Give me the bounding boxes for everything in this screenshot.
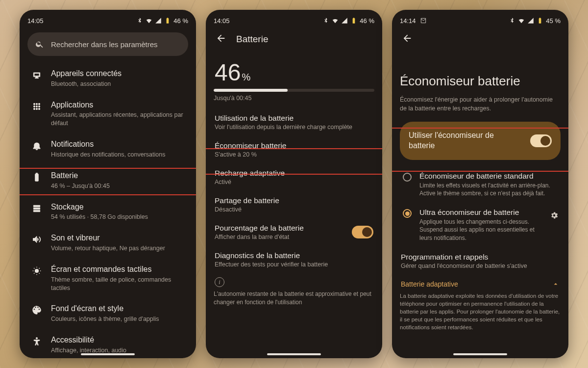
status-icons: 46 % <box>136 17 188 25</box>
sidebar-item-battery[interactable]: Batterie46 % – Jusqu'à 00:45 <box>27 165 188 196</box>
item-sub: 54 % utilisés · 58,78 Go disponibles <box>51 213 184 221</box>
battery-percentage: 46% <box>215 59 374 86</box>
bluetooth-icon <box>136 17 143 24</box>
wifi-icon <box>146 17 152 24</box>
status-bar: 14:05 46 % <box>214 15 374 26</box>
setting-battery-saver[interactable]: Économiseur batterie S'active à 20 % <box>214 136 374 163</box>
item-sub: Assistant, applications récentes, applic… <box>51 111 184 128</box>
toggle-label: Utiliser l'économiseur de batterie <box>409 131 507 151</box>
battery-percent-toggle[interactable] <box>352 226 373 238</box>
battery-screen: 14:05 46 % Batterie 46% Jusqu'à 00:45 Ut… <box>206 10 382 358</box>
battery-until: Jusqu'à 00:45 <box>214 95 374 102</box>
radio-ultra[interactable]: Ultra économiseur de batterie Applique t… <box>400 204 561 249</box>
svg-point-5 <box>38 105 40 107</box>
setting-battery-percent[interactable]: Pourcentage de la batterie Afficher dans… <box>214 218 374 246</box>
apps-icon <box>31 101 42 112</box>
bluetooth-icon <box>509 17 515 24</box>
gesture-bar[interactable] <box>453 353 507 355</box>
svg-point-4 <box>36 105 37 107</box>
status-icons: 46 % <box>322 17 374 25</box>
gmail-icon <box>420 17 427 24</box>
signal-icon <box>341 17 348 24</box>
battery-icon <box>164 17 171 24</box>
gesture-bar[interactable] <box>81 353 135 355</box>
bluetooth-icon <box>322 17 329 24</box>
ultra-settings-button[interactable] <box>549 211 560 220</box>
page-title: Batterie <box>236 34 268 45</box>
status-battery-pct: 46 % <box>173 17 188 25</box>
wifi-icon <box>332 17 339 24</box>
item-title: Appareils connectés <box>51 69 184 79</box>
status-time: 14:05 <box>214 17 230 25</box>
svg-point-7 <box>36 108 37 109</box>
signal-icon <box>155 17 162 24</box>
svg-point-6 <box>33 108 35 109</box>
wifi-icon <box>518 17 525 24</box>
battery-saver-screen: 14:14 45 % Économiseur batterie Économis… <box>392 10 568 358</box>
battery-saver-master-toggle[interactable]: Utiliser l'économiseur de batterie <box>400 122 561 160</box>
sidebar-item-connected-devices[interactable]: Appareils connectésBluetooth, associatio… <box>27 63 188 94</box>
battery-icon <box>537 17 543 24</box>
back-button[interactable] <box>402 33 413 46</box>
screen-header: Batterie <box>214 28 374 50</box>
screen-header <box>400 28 561 50</box>
item-title: Écran et commandes tactiles <box>51 264 184 275</box>
svg-point-2 <box>38 103 40 105</box>
status-icons: 45 % <box>509 17 561 25</box>
status-bar: 14:14 45 % <box>400 15 561 26</box>
setting-adaptive-charging[interactable]: Recharge adaptative Activé <box>214 163 374 191</box>
item-title: Son et vibreur <box>51 233 184 243</box>
sidebar-item-notifications[interactable]: NotificationsHistorique des notification… <box>27 133 188 165</box>
devices-icon <box>31 70 42 80</box>
radio-button[interactable] <box>403 173 412 182</box>
status-bar: 14:05 46 % <box>27 15 188 26</box>
svg-point-0 <box>33 103 35 105</box>
info-icon: i <box>215 277 224 287</box>
item-title: Batterie <box>51 171 184 181</box>
toggle-switch[interactable] <box>530 134 552 147</box>
status-time: 14:05 <box>27 17 44 25</box>
palette-icon <box>31 305 42 315</box>
storage-icon <box>31 203 42 214</box>
svg-point-3 <box>33 105 35 107</box>
item-title: Fond d'écran et style <box>51 304 184 314</box>
sidebar-item-applications[interactable]: ApplicationsAssistant, applications réce… <box>27 94 188 134</box>
setting-schedule[interactable]: Programmation et rappels Gérer quand l'é… <box>400 249 561 275</box>
sidebar-item-sound[interactable]: Son et vibreurVolume, retour haptique, N… <box>27 227 188 259</box>
gear-icon <box>550 211 559 220</box>
svg-point-8 <box>38 108 40 109</box>
search-settings-input[interactable]: Rechercher dans les paramètres <box>27 32 188 56</box>
setting-diagnostics[interactable]: Diagnostics de la batterie Effectuer des… <box>214 246 374 273</box>
item-sub: Volume, retour haptique, Ne pas déranger <box>51 244 184 253</box>
sidebar-item-storage[interactable]: Stockage54 % utilisés · 58,78 Go disponi… <box>27 196 188 228</box>
setting-usage[interactable]: Utilisation de la batterie Voir l'utilis… <box>214 108 374 136</box>
item-title: Stockage <box>51 202 184 212</box>
status-time: 14:14 <box>400 17 416 25</box>
item-title: Accessibilité <box>51 335 184 345</box>
battery-icon <box>350 17 357 24</box>
sound-icon <box>31 234 42 245</box>
sidebar-item-display[interactable]: Écran et commandes tactilesThème sombre,… <box>27 259 188 298</box>
bell-icon <box>31 140 42 151</box>
accessibility-icon <box>31 336 42 347</box>
sidebar-item-wallpaper[interactable]: Fond d'écran et styleCouleurs, icônes à … <box>27 298 188 329</box>
setting-battery-share[interactable]: Partage de batterie Désactivé <box>214 191 374 218</box>
page-desc: Économisez l'énergie pour aider à prolon… <box>400 96 561 113</box>
adaptive-battery-collapse[interactable]: Batterie adaptative <box>400 275 561 292</box>
gesture-bar[interactable] <box>267 353 321 355</box>
item-title: Notifications <box>51 139 184 150</box>
radio-button[interactable] <box>403 209 412 218</box>
item-title: Applications <box>51 100 184 110</box>
battery-nav-icon <box>31 172 42 183</box>
search-icon <box>35 40 44 49</box>
status-battery-pct: 46 % <box>360 17 374 25</box>
footnote: L'autonomie restante de la batterie est … <box>214 290 374 307</box>
svg-point-1 <box>36 103 37 105</box>
chevron-up-icon <box>552 280 560 288</box>
signal-icon <box>527 17 534 24</box>
item-sub: Thème sombre, taille de police, commande… <box>51 276 184 292</box>
svg-point-9 <box>35 269 39 273</box>
radio-standard[interactable]: Économiseur de batterie standard Limite … <box>400 168 561 204</box>
item-sub: 46 % – Jusqu'à 00:45 <box>51 182 184 190</box>
back-button[interactable] <box>216 33 226 46</box>
